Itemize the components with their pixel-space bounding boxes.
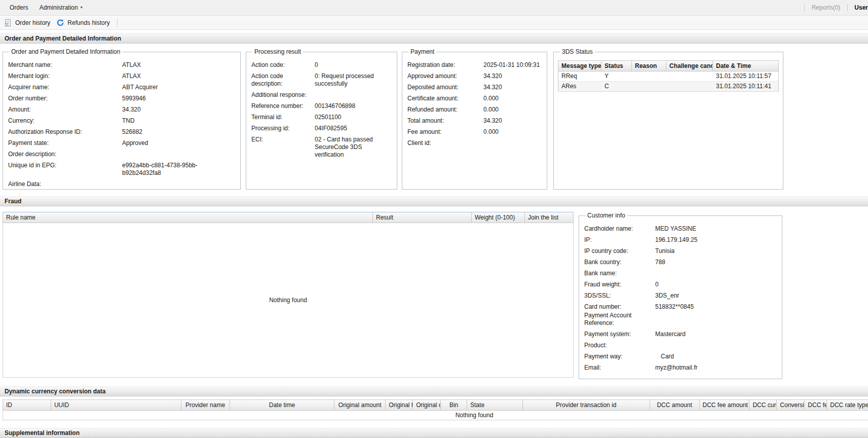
column-header-date-time[interactable]: Date time: [230, 400, 335, 410]
refunds-history-label: Refunds history: [67, 19, 109, 26]
column-header-provider-transaction-id[interactable]: Provider transaction id: [523, 400, 650, 410]
field-label: Currency:: [8, 117, 122, 125]
field-row: Refunded amount:0.000: [407, 106, 542, 114]
field-row: Additional response:: [251, 91, 392, 99]
field-row: Approved amount:34.320: [407, 72, 542, 80]
column-header-provider-name[interactable]: Provider name: [181, 400, 230, 410]
user-menu[interactable]: User: [848, 4, 868, 11]
field-value: 0.000: [483, 95, 542, 102]
menubar-right: Reports(0) User: [804, 4, 868, 11]
refunds-history-button[interactable]: Refunds history: [54, 17, 114, 28]
field-label: Approved amount:: [407, 72, 483, 80]
cell-status: C: [601, 82, 632, 91]
field-value: Tunisia: [655, 247, 777, 255]
field-row: Registration date:2025-01-31 10:09:31: [407, 61, 542, 69]
menubar: Orders Administration ▾ Reports(0) User: [0, 0, 868, 16]
field-row: Email:myz@hotmail.fr: [584, 364, 777, 372]
threeds-table-header: Message type Status Reason Challenge can…: [558, 60, 779, 71]
column-header-weight[interactable]: Weight (0-100): [472, 212, 525, 223]
column-header-dcc-rate-type[interactable]: DCC rate type: [827, 400, 868, 410]
field-row: Processing id:04IF082595: [251, 125, 392, 132]
field-label: Terminal id:: [251, 114, 315, 121]
field-label: Bank name:: [584, 270, 655, 277]
field-value: 34.320: [122, 106, 235, 114]
cell-status: Y: [601, 71, 632, 81]
field-label: Additional response:: [251, 91, 315, 99]
column-header-rule-name[interactable]: Rule name: [3, 212, 373, 223]
field-value: 04IF082595: [315, 125, 392, 132]
field-row: Merchant login:ATLAX: [8, 72, 235, 80]
field-value: 34.320: [483, 117, 542, 125]
column-header-date-time[interactable]: Date & Time: [713, 61, 778, 71]
cell-date-time: 31.01.2025 10:11:57: [713, 71, 778, 81]
column-header-id[interactable]: ID: [3, 400, 51, 410]
column-header-message-type[interactable]: Message type: [558, 61, 601, 71]
field-row: Payment system:Mastercard: [584, 331, 777, 338]
table-row[interactable]: RReq Y 31.01.2025 10:11:57: [558, 71, 779, 82]
field-row: Acquirer name:ABT Acquirer: [8, 84, 235, 91]
field-row: Amount:34.320: [8, 106, 235, 114]
field-label: Bank country:: [584, 259, 655, 266]
column-header-state[interactable]: State: [467, 400, 523, 410]
payment-panel-body: Registration date:2025-01-31 10:09:31 Ap…: [406, 55, 543, 147]
order-panel-body: Merchant name:ATLAX Merchant login:ATLAX…: [7, 55, 236, 188]
table-row[interactable]: ARes C 31.01.2025 10:11:41: [558, 82, 779, 92]
field-label: 3DS/SSL:: [584, 292, 655, 300]
field-value: 0: [315, 61, 392, 69]
cell-date-time: 31.01.2025 10:11:41: [713, 82, 778, 91]
menu-administration[interactable]: Administration ▾: [34, 4, 88, 11]
order-history-icon: [4, 19, 12, 27]
field-row: Certificate amount:0.000: [407, 95, 542, 102]
field-row: Unique id in EPG:e992a4bb-c881-4738-95bb…: [8, 162, 235, 177]
column-header-uuid[interactable]: UUID: [51, 400, 181, 410]
column-header-conversion[interactable]: Conversi: [777, 400, 805, 410]
field-value: 0.000: [483, 106, 542, 114]
refunds-history-icon: [56, 19, 64, 27]
field-row: Merchant name:ATLAX: [8, 61, 235, 69]
field-row: Total amount:34.320: [407, 117, 542, 125]
field-label: Card number:: [584, 303, 655, 311]
field-row: Terminal id:02501100: [251, 114, 392, 121]
order-history-button[interactable]: Order history: [2, 17, 54, 28]
column-header-join-the-list[interactable]: Join the list: [525, 212, 573, 223]
column-header-reason[interactable]: Reason: [632, 61, 666, 71]
field-value: TND: [122, 117, 235, 125]
field-value: 526882: [122, 128, 235, 136]
field-row: Reference number:001346706898: [251, 102, 392, 110]
fraud-table: Rule name Result Weight (0-100) Join the…: [3, 212, 574, 378]
field-row: Fraud weight:0: [584, 281, 777, 288]
menu-orders-label: Orders: [10, 4, 28, 11]
customer-info-legend: Customer info: [585, 212, 627, 219]
field-row: Deposited amount:34.320: [407, 84, 542, 91]
field-label: Product:: [584, 342, 655, 349]
field-value: 0: Request processed successfully: [315, 72, 392, 88]
field-value: 34.320: [483, 84, 542, 91]
order-panel: Order and Payment Detailed Information M…: [3, 48, 241, 190]
column-header-original-currency[interactable]: Original c: [413, 400, 441, 410]
fraud-section-bar: Fraud: [0, 196, 868, 206]
column-header-dcc-fee-amount[interactable]: DCC fee amount: [700, 400, 750, 410]
app-window: Orders Administration ▾ Reports(0) User: [0, 0, 868, 438]
field-row: Client id:: [407, 139, 542, 147]
chevron-down-icon: ▾: [81, 6, 83, 10]
column-header-status[interactable]: Status: [601, 61, 632, 71]
field-value: 001346706898: [315, 102, 392, 110]
supplemental-section-title: Supplemental information: [5, 429, 80, 436]
dcc-table: ID UUID Provider name Date time Original…: [3, 399, 868, 420]
column-header-bin[interactable]: Bin: [441, 400, 467, 410]
column-header-challenge-cancel[interactable]: Challenge cancel: [666, 61, 713, 71]
field-label: Acquirer name:: [8, 84, 122, 91]
column-header-dcc-amount[interactable]: DCC amount: [650, 400, 700, 410]
column-header-original-fee[interactable]: Original f: [386, 400, 413, 410]
field-label: Payment way:: [584, 353, 655, 360]
menu-orders[interactable]: Orders: [4, 4, 34, 11]
field-row: Fee amount:0.000: [407, 128, 542, 136]
column-header-result[interactable]: Result: [373, 212, 472, 223]
field-label: Payment Account Reference:: [584, 312, 655, 327]
column-header-dcc-currency[interactable]: DCC curr: [749, 400, 777, 410]
field-value: 788: [655, 259, 777, 266]
processing-result-body: Action code:0 Action code description:0:…: [250, 55, 393, 159]
column-header-original-amount[interactable]: Original amount: [334, 400, 386, 410]
reports-link[interactable]: Reports(0): [805, 4, 848, 11]
column-header-dcc-fee[interactable]: DCC fee: [805, 400, 827, 410]
